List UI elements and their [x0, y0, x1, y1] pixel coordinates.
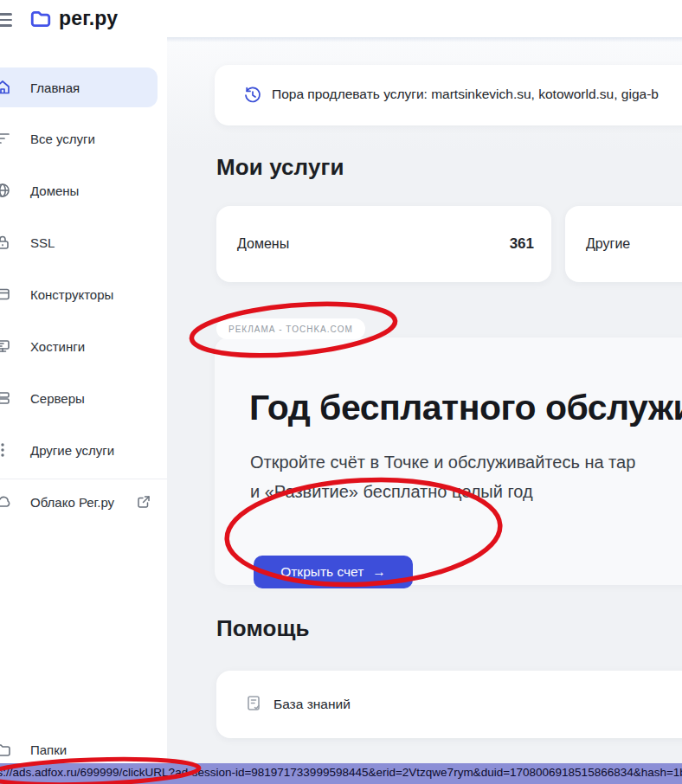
sidebar-item-label: Хостинги [30, 339, 85, 354]
sidebar-item-label: Серверы [30, 391, 85, 406]
logo-text: рег.ру [59, 7, 118, 30]
sidebar-divider [0, 479, 167, 479]
hamburger-menu-icon[interactable] [0, 10, 12, 27]
list-icon [0, 130, 11, 147]
notification-text: Пора продлевать услуги: martsinkevich.su… [272, 87, 659, 102]
sidebar-item-servers[interactable]: Серверы [0, 378, 167, 418]
open-account-button[interactable]: Открыть счет → [254, 556, 413, 588]
sidebar-item-cloud[interactable]: Облако Рег.ру [0, 482, 167, 522]
dots-icon [0, 441, 11, 459]
ad-description: Откройте счёт в Точке и обслуживайтесь н… [250, 447, 635, 506]
builder-icon [0, 286, 11, 303]
sidebar-item-other-services[interactable]: Другие услуги [0, 430, 167, 470]
globe-icon [0, 182, 11, 199]
sidebar-item-ssl[interactable]: SSL [0, 222, 167, 262]
document-check-icon [244, 694, 263, 713]
top-header: рег.ру [0, 0, 682, 37]
sidebar-item-all-services[interactable]: Все услуги [0, 119, 167, 158]
sidebar-item-label: Папки [30, 742, 67, 757]
logo[interactable]: рег.ру [29, 7, 118, 30]
external-link-icon [137, 495, 151, 509]
sidebar-item-main[interactable]: Главная [0, 67, 167, 107]
domains-count-badge: 361 [510, 235, 534, 253]
server-icon [0, 389, 11, 407]
sidebar-item-label: SSL [30, 235, 55, 250]
ad-label-text: РЕКЛАМА - TOCHKA.COM [228, 325, 353, 334]
clock-history-icon [243, 86, 262, 105]
ad-title: Год бесплатного обслужи [249, 388, 682, 428]
status-bar-url: https://ads.adfox.ru/699999/clickURL?ad-… [0, 766, 682, 779]
browser-status-bar: https://ads.adfox.ru/699999/clickURL?ad-… [0, 763, 682, 784]
hosting-icon [0, 337, 11, 355]
app-window: рег.ру Главная Все услуги [0, 0, 682, 784]
domains-card[interactable]: Домены 361 [216, 206, 551, 282]
cloud-icon [0, 493, 11, 511]
ad-label-pill: РЕКЛАМА - TOCHKA.COM [216, 318, 365, 339]
sidebar-item-hostings[interactable]: Хостинги [0, 326, 167, 366]
sidebar: Главная Все услуги Домены [0, 37, 167, 784]
ad-banner[interactable]: Год бесплатного обслужи Откройте счёт в … [215, 337, 682, 585]
sidebar-item-label: Облако Рег.ру [30, 495, 114, 510]
sidebar-item-folders[interactable]: Папки [0, 738, 167, 764]
my-services-title: Мои услуги [216, 154, 344, 181]
sidebar-item-builders[interactable]: Конструкторы [0, 274, 167, 314]
sidebar-item-label: Все услуги [30, 132, 95, 146]
sidebar-item-label: Главная [30, 80, 80, 95]
help-title: Помощь [216, 615, 310, 642]
lock-icon [0, 234, 11, 251]
other-services-card[interactable]: Другие [565, 206, 682, 282]
sidebar-item-label: Домены [30, 183, 79, 198]
folder-logo-icon [29, 8, 52, 30]
domains-card-label: Домены [237, 236, 289, 252]
header-shadow [167, 37, 682, 42]
folder-icon [0, 742, 11, 759]
sidebar-item-label: Другие услуги [30, 443, 114, 458]
knowledge-base-card[interactable]: База знаний [216, 671, 682, 738]
sidebar-item-label: Конструкторы [30, 287, 113, 302]
home-icon [0, 79, 11, 96]
other-card-label: Другие [586, 236, 630, 252]
sidebar-item-domains[interactable]: Домены [0, 170, 167, 210]
renewal-notification-banner[interactable]: Пора продлевать услуги: martsinkevich.su… [215, 65, 682, 125]
knowledge-base-label: База знаний [273, 697, 351, 712]
main-content: Пора продлевать услуги: martsinkevich.su… [167, 37, 682, 763]
arrow-right-icon: → [372, 564, 386, 580]
